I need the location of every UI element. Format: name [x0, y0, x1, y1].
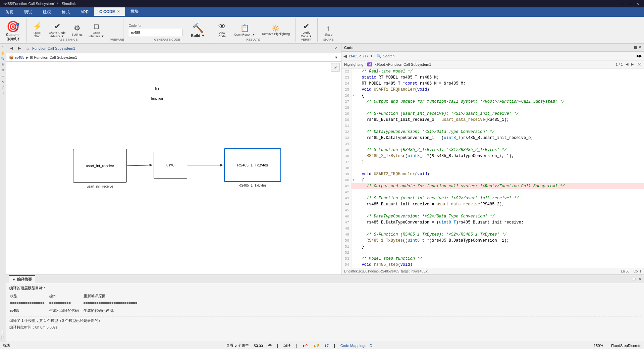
code-for-input[interactable] — [129, 29, 182, 36]
uint8-block[interactable]: uint8 — [154, 152, 187, 179]
bp-sep3: ========================= — [84, 300, 142, 307]
code-status-bar: D:\dattek\scu001\demo\RS485\rs485_target… — [341, 268, 644, 275]
menu-debug[interactable]: 调试 — [19, 7, 38, 17]
nav-forward[interactable]: ▶ — [16, 45, 23, 52]
bp-section-title: 编译的顶层模型目标： — [9, 285, 641, 291]
line-number-25: 25 — [341, 87, 352, 93]
bp-close-btn[interactable]: ✕ — [638, 277, 641, 281]
tool-scope[interactable]: 📊 — [1, 330, 5, 335]
generate-group-label: GENERATE CODE — [123, 38, 211, 41]
code-search-expand[interactable]: ▶▶ — [637, 54, 642, 58]
addr-dropdown[interactable]: ▼ — [334, 55, 338, 59]
bp-tabs: ▼ 编译摘要 ⊞ ✕ — [6, 275, 644, 283]
nav-back[interactable]: ◀ — [8, 45, 15, 52]
hl-prev[interactable]: ◀ — [626, 62, 628, 66]
tool-zoom-in[interactable]: ⊕ — [1, 62, 5, 67]
global-status: 就绪 查看 5 个警告 02:22 下午 | 编译 | ● 0 ▲ 5 ℹ 7 … — [0, 342, 644, 349]
bp-row1-action: 生成和编译的代码 — [49, 308, 83, 314]
code-text-49: /* S-Function (RS485_1_TxBytes): '<S2>/R… — [356, 232, 644, 238]
search-icon: 🔍 — [376, 54, 381, 58]
code-line-32: 32 /* DataTypeConversion: '<S1>/Data Typ… — [341, 129, 644, 135]
line-number-29: 29 — [341, 111, 352, 117]
code-file-version: (1) — [363, 54, 368, 58]
code-mapping-tab[interactable]: Code Mappings - C — [340, 344, 372, 348]
address-path-container: 📦 rs485 ▶ ⊞ Function-Call Subsystem1 — [9, 55, 77, 60]
menu-format[interactable]: 格式 — [56, 7, 75, 17]
build-btn[interactable]: 🔨 Build ▼ — [188, 21, 208, 39]
close-btn[interactable]: ✕ — [634, 2, 641, 6]
line-number-27: 27 — [341, 99, 352, 105]
toolbar-group-results: 👁 ViewCode 📋 Open Report ▼ 🔆 Remove High… — [211, 18, 296, 42]
tool-arrow[interactable]: ↖ — [1, 45, 5, 50]
menu-simulation[interactable]: 仿真 — [0, 7, 19, 17]
nav-bar-right: ⤢ — [332, 45, 339, 52]
code-line-26: 26▼ { — [341, 93, 644, 99]
minimize-btn[interactable]: ─ — [619, 2, 626, 6]
code-line-37: 37 } — [341, 159, 644, 165]
bp-sep1: ================ — [10, 300, 49, 307]
dt-expand[interactable]: ⤢ — [332, 64, 339, 71]
hl-next[interactable]: ▶ — [631, 62, 634, 66]
usart-block[interactable]: usart_int_receive usart_init_receive — [73, 149, 127, 183]
fold-40[interactable]: ▼ — [352, 177, 356, 183]
line-number-41: 41 — [341, 183, 352, 189]
tool-zoom-out[interactable]: ⊖ — [1, 68, 5, 72]
code-back-btn[interactable]: ◀ — [343, 53, 347, 59]
tab-ccode-close[interactable]: ✕ — [117, 10, 120, 13]
code-line-24: 24 RT_MODEL_rs485_T *const rs485_M = &rs… — [341, 81, 644, 87]
line-number-33: 33 — [341, 135, 352, 141]
tool-text[interactable]: A — [1, 79, 5, 84]
function-block[interactable]: f() function — [147, 82, 167, 95]
line-number-40: 40 — [341, 177, 352, 183]
code-file-link[interactable]: rs485.c — [349, 54, 361, 58]
info-count-text: 7 — [327, 344, 329, 348]
addr-sep1: ▶ — [26, 55, 29, 60]
tool-box[interactable]: □ — [1, 91, 5, 95]
tool-line[interactable]: ╱ — [1, 85, 5, 90]
status-errors: ● 0 — [303, 344, 308, 348]
code-panel-close[interactable]: ✕ — [638, 45, 641, 50]
status-warning-link[interactable]: 查看 5 个警告 — [226, 343, 249, 348]
maximize-btn[interactable]: □ — [627, 2, 633, 6]
nav-up[interactable]: ⌂ — [24, 45, 31, 52]
menu-build[interactable]: 建模 — [38, 7, 56, 17]
bp-col-reason: 重新编译原因 — [84, 293, 142, 300]
breadcrumb-text[interactable]: Function-Call Subsystem1 — [32, 46, 75, 50]
menu-app[interactable]: APP — [75, 7, 94, 17]
tool-zoom[interactable]: 🔍 — [1, 56, 5, 61]
center-area: ◀ ▶ ⌂ Function-Call Subsystem1 ⤢ 📦 rs485 — [6, 44, 644, 342]
code-line-38: 38 — [341, 165, 644, 171]
bp-float-btn[interactable]: ⊞ — [633, 277, 636, 281]
highlighting-bar: Highlighting: M <Root>/Function-Call Sub… — [341, 60, 644, 68]
nav-bar: ◀ ▶ ⌂ Function-Call Subsystem1 ⤢ — [6, 44, 341, 53]
code-panel-undock[interactable]: ⊞ — [634, 45, 637, 50]
status-ready: 就绪 — [3, 343, 10, 348]
search-input[interactable] — [383, 53, 635, 59]
fold-26[interactable]: ▼ — [352, 93, 356, 99]
code-search-box: 🔍 — [376, 53, 635, 59]
verify-code-label: VerifyCode ▼ — [301, 32, 312, 38]
bp-tab-compile[interactable]: ▼ 编译摘要 — [9, 275, 35, 283]
nav-expand[interactable]: ⤢ — [332, 45, 339, 52]
line-number-48: 48 — [341, 226, 352, 232]
code-content[interactable]: 22 /* Real-time model */23 static RT_MOD… — [341, 68, 644, 268]
code-line-54: 54 void rs485_step(void) — [341, 262, 644, 268]
addr-rs485-icon: 📦 — [9, 55, 14, 60]
tool-doc[interactable]: 📄 — [1, 336, 5, 340]
diagram-canvas[interactable]: f() function usart_int_receive usart_ini… — [6, 62, 341, 275]
toolbar-group-prepare: PREPARE — [110, 18, 123, 42]
tab-module[interactable]: 模块 — [125, 7, 144, 17]
rs485-block[interactable]: RS485_1_TxBytes RS485_1_TxBytes — [224, 148, 281, 182]
tool-fit[interactable]: ⊡ — [1, 73, 5, 78]
build-label: Build ▼ — [191, 34, 205, 38]
hl-close[interactable]: ✕ — [638, 62, 641, 67]
code-interface-icon: □ — [94, 22, 99, 31]
tab-ccode[interactable]: C CODE ✕ — [94, 7, 125, 17]
addr-rs485[interactable]: rs485 — [15, 55, 24, 59]
code-text-36: RS485_2_TxBytes((uint8_t *)&rs485_B.Data… — [356, 153, 644, 159]
code-interface-label: CodeInterface ▼ — [89, 32, 104, 38]
bp-expand-triangle: ▼ — [12, 278, 16, 282]
tool-hand[interactable]: ✋ — [1, 51, 5, 55]
code-expand-btn[interactable]: ▼ — [370, 54, 373, 58]
hl-counter: 1 / 1 — [616, 62, 623, 66]
